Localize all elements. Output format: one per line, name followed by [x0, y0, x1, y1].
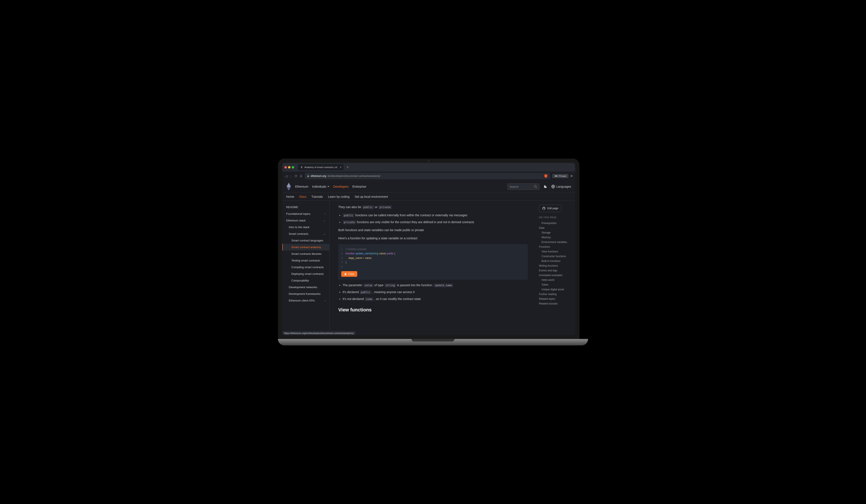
glasses-icon: [554, 175, 558, 177]
docs-sidebar: READMEFoundational topics›Ethereum stack…: [282, 201, 330, 335]
close-tab-icon[interactable]: ×: [340, 166, 342, 169]
edit-page-button[interactable]: Edit page: [539, 205, 562, 212]
toc-heading: ON THIS PAGE: [539, 216, 573, 219]
nav-developers[interactable]: Developers: [333, 185, 348, 188]
main-content: They can also be public or private publi…: [330, 201, 536, 335]
language-selector[interactable]: Languages: [551, 184, 571, 189]
toc-link[interactable]: Prerequisites: [539, 221, 573, 225]
status-bar-url: https://ethereum.org/en/developers/docs/…: [282, 331, 355, 335]
search-input[interactable]: Search: [507, 183, 540, 190]
list-item: private functions are only visible for t…: [343, 220, 528, 225]
nav-enterprise[interactable]: Enterprise: [353, 185, 366, 188]
private-mode-badge: Private: [552, 174, 568, 178]
brave-shield-icon[interactable]: [544, 174, 548, 178]
toc-link[interactable]: Further reading: [539, 292, 573, 296]
new-tab-button[interactable]: +: [347, 165, 348, 169]
toc-link[interactable]: Functions: [539, 245, 573, 249]
github-icon: [542, 206, 546, 210]
inline-code: private: [378, 205, 392, 209]
svg-point-0: [534, 185, 536, 187]
sidebar-item[interactable]: Ethereum client APIs›: [282, 297, 330, 304]
list-item: It's not declared view , so it can modif…: [343, 296, 528, 302]
ethereum-favicon: [300, 166, 303, 169]
subnav-tutorials[interactable]: Tutorials: [311, 195, 323, 199]
sidebar-item[interactable]: Smart contract anatomy: [282, 244, 330, 250]
minimize-window[interactable]: [288, 166, 290, 168]
browser-toolbar: ◁ ▷ ethereum.org/en/developers/docs/smar…: [282, 171, 575, 181]
reload-button[interactable]: [294, 175, 297, 178]
address-bar[interactable]: ethereum.org/en/developers/docs/smart-co…: [305, 173, 550, 179]
toc-link[interactable]: Writing functions: [539, 264, 573, 268]
url-host: ethereum.org: [311, 175, 326, 178]
list-item: It's declared public , meaning anyone ca…: [343, 290, 528, 295]
reload-icon: [294, 175, 297, 178]
subnav-setup[interactable]: Set up local environment: [355, 195, 388, 199]
browser-menu-button[interactable]: ≡: [570, 174, 573, 178]
toc-link[interactable]: Memory: [539, 235, 573, 240]
paragraph: They can also be public or private: [338, 205, 528, 210]
list-item: public functions can be called internall…: [343, 213, 528, 218]
site-header: Ethereum Individuals Developers Enterpri…: [282, 181, 575, 193]
toc-link[interactable]: Annotated examples: [539, 273, 573, 278]
sidebar-item[interactable]: Smart contracts libraries: [282, 250, 330, 257]
sidebar-item[interactable]: Development networks: [282, 284, 330, 291]
toc-link[interactable]: Constructor functions: [539, 254, 573, 259]
sidebar-item[interactable]: Ethereum stack⌄: [282, 217, 330, 224]
url-path: /en/developers/docs/smart-contracts/anat…: [327, 175, 380, 178]
docs-subnav: Home Docs Tutorials Learn by coding Set …: [282, 193, 575, 201]
theme-toggle[interactable]: [543, 184, 547, 189]
page-toc-panel: Edit page ON THIS PAGE PrerequisitesData…: [536, 201, 575, 335]
laptop-base: [278, 339, 588, 345]
inline-code: private: [343, 220, 356, 224]
toc-link[interactable]: Events and logs: [539, 268, 573, 273]
inline-code: public: [343, 213, 354, 217]
sidebar-item[interactable]: Composability: [282, 277, 330, 284]
tab-title: Anatomy of smart contracts | et: [304, 166, 337, 168]
sidebar-item[interactable]: README: [282, 204, 330, 211]
maximize-window[interactable]: [292, 166, 294, 168]
sidebar-item[interactable]: Foundational topics›: [282, 211, 330, 217]
sidebar-item[interactable]: Testing smart contracts: [282, 257, 330, 264]
back-button[interactable]: ◁: [285, 174, 287, 178]
subnav-learn[interactable]: Learn by coding: [328, 195, 349, 199]
search-icon: [534, 185, 537, 188]
sidebar-item[interactable]: Intro to the stack: [282, 224, 330, 231]
chevron-down-icon: ⌄: [323, 219, 325, 222]
sidebar-item[interactable]: Compiling smart contracts: [282, 264, 330, 270]
sidebar-item[interactable]: Deploying smart contracts: [282, 270, 330, 277]
list-item: The parameter value of type string is pa…: [343, 283, 528, 288]
chevron-right-icon: ›: [325, 212, 325, 215]
sidebar-item[interactable]: Smart contract languages: [282, 237, 330, 244]
forward-button[interactable]: ▷: [290, 174, 292, 178]
close-window[interactable]: [285, 166, 287, 168]
svg-rect-3: [345, 273, 346, 275]
toc-link[interactable]: Environment variables: [539, 240, 573, 245]
toc-link[interactable]: Data: [539, 225, 573, 230]
toc-link[interactable]: Related topics: [539, 296, 573, 301]
nav-individuals[interactable]: Individuals: [312, 185, 330, 188]
ethereum-logo[interactable]: [286, 183, 291, 190]
sidebar-item[interactable]: Smart contracts⌄: [282, 231, 330, 237]
toc-link[interactable]: Hello world: [539, 278, 573, 282]
paragraph: Both functions and state variables can b…: [338, 228, 528, 233]
toc-link[interactable]: Built-in functions: [539, 259, 573, 264]
toc-link[interactable]: Unique digital asset: [539, 287, 573, 292]
copy-button[interactable]: Copy: [341, 271, 357, 277]
subnav-docs[interactable]: Docs: [299, 195, 306, 199]
browser-tab-bar: Anatomy of smart contracts | et × +: [282, 163, 575, 171]
nav-ethereum[interactable]: Ethereum: [295, 185, 308, 188]
inline-code: public: [362, 205, 374, 209]
browser-tab[interactable]: Anatomy of smart contracts | et ×: [298, 164, 344, 170]
toc-link[interactable]: Related tutorials: [539, 301, 573, 306]
toc-link[interactable]: View functions: [539, 249, 573, 254]
chevron-down-icon: ⌄: [323, 232, 325, 235]
moon-icon: [543, 184, 547, 189]
toc-link[interactable]: Token: [539, 282, 573, 287]
lock-icon: [307, 175, 309, 177]
bookmark-button[interactable]: [300, 175, 302, 178]
chevron-down-icon: [327, 186, 330, 188]
subnav-home[interactable]: Home: [286, 195, 294, 199]
toc-link[interactable]: Storage: [539, 230, 573, 235]
bookmark-icon: [300, 175, 302, 178]
sidebar-item[interactable]: Development frameworks: [282, 291, 330, 297]
